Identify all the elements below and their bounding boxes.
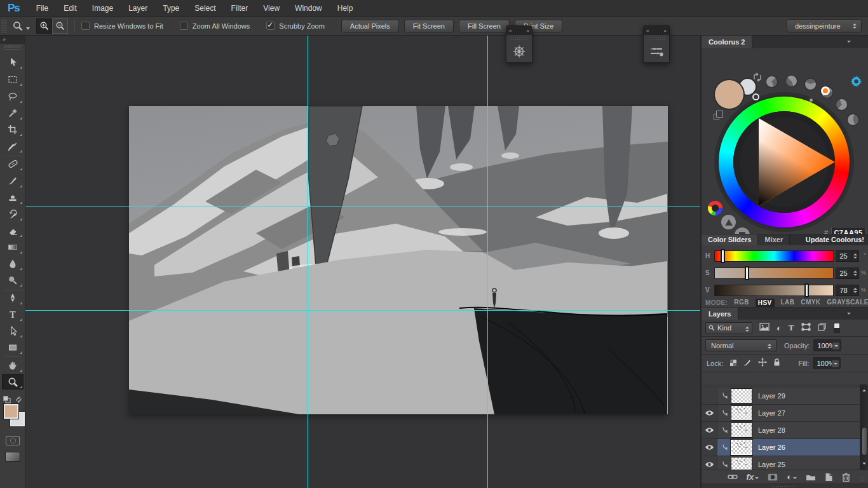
healing-brush-tool[interactable] — [2, 156, 24, 172]
zoom-tool-preset[interactable] — [12, 20, 30, 32]
delete-layer-button[interactable] — [842, 473, 850, 482]
scrollbar-thumb[interactable] — [862, 427, 867, 456]
menu-item[interactable]: Filter — [224, 0, 256, 17]
visibility-toggle[interactable] — [702, 405, 717, 421]
filter-adjustment-layers-icon[interactable]: ◐ — [776, 323, 782, 333]
options-checkbox[interactable]: Resize Windows to Fit — [81, 22, 163, 30]
pen-tool[interactable] — [2, 290, 24, 306]
layer-row[interactable]: Layer 28 — [702, 422, 860, 439]
lock-position-icon[interactable] — [758, 358, 767, 369]
close-icon[interactable]: × — [526, 28, 529, 34]
resize-grip-icon[interactable] — [860, 299, 867, 306]
collapse-icon[interactable]: » — [646, 28, 649, 34]
move-tool[interactable] — [2, 55, 24, 70]
harmony-swatch[interactable] — [804, 78, 817, 91]
filter-toggle-switch[interactable] — [834, 323, 840, 333]
canvas-area[interactable] — [25, 36, 700, 488]
hue-ring-marker[interactable] — [821, 86, 830, 95]
collapse-icon[interactable]: » — [509, 28, 512, 34]
slider-tab[interactable]: Color Sliders — [702, 234, 758, 245]
filter-shape-layers-icon[interactable] — [801, 323, 811, 333]
type-tool[interactable]: T — [2, 307, 24, 322]
layer-row[interactable]: Layer 29 — [702, 388, 860, 405]
filter-type-layers-icon[interactable]: T — [789, 323, 794, 333]
panel-resize-strip[interactable] — [702, 484, 868, 488]
triangle-mode-button[interactable] — [721, 215, 736, 229]
layer-thumbnail[interactable] — [731, 405, 752, 421]
options-grip[interactable] — [1, 19, 7, 33]
menu-item[interactable]: Edit — [56, 0, 85, 17]
history-brush-tool[interactable] — [2, 207, 24, 222]
stepper[interactable] — [851, 285, 858, 295]
workspace-switcher[interactable]: dessinpeinture — [787, 19, 862, 32]
layer-row[interactable]: Layer 25 — [702, 456, 860, 470]
layer-thumbnail[interactable] — [731, 457, 752, 470]
filter-pixel-layers-icon[interactable] — [759, 323, 770, 333]
menu-item[interactable]: View — [255, 0, 287, 17]
foreground-color-swatch[interactable] — [4, 404, 18, 419]
dodge-tool[interactable] — [2, 273, 24, 288]
color-mode-option[interactable]: CMYK — [801, 299, 820, 307]
dropdown-caret-icon[interactable] — [832, 342, 839, 349]
menu-item[interactable]: File — [29, 0, 56, 17]
screen-mode-button[interactable] — [5, 452, 20, 462]
value-value-field[interactable]: 78 — [836, 285, 859, 296]
resize-grip-icon[interactable] — [860, 476, 867, 482]
color-mode-option[interactable]: HSV — [756, 299, 775, 307]
zoom-in-button[interactable] — [36, 18, 52, 34]
zoom-tool[interactable] — [2, 374, 24, 390]
hue-slider-marker[interactable] — [721, 249, 725, 263]
opacity-field[interactable]: 100% — [813, 339, 841, 351]
document-canvas[interactable] — [129, 106, 668, 414]
layer-row[interactable]: Layer 26 — [702, 439, 860, 456]
options-button[interactable]: Actual Pixels — [341, 20, 399, 32]
ship-wheel-icon[interactable] — [512, 44, 526, 58]
zoom-out-button[interactable] — [52, 18, 68, 34]
horizontal-guide[interactable] — [25, 310, 700, 311]
vertical-guide[interactable] — [487, 36, 488, 488]
shape-tool[interactable] — [2, 340, 24, 355]
menu-item[interactable]: Layer — [121, 0, 155, 17]
dropdown-caret-icon[interactable] — [832, 360, 839, 367]
layer-thumbnail[interactable] — [731, 440, 752, 455]
quick-mask-button[interactable] — [6, 436, 20, 445]
layers-tab[interactable]: Layers — [702, 308, 738, 320]
menu-item[interactable]: Select — [187, 0, 223, 17]
checkbox-box[interactable] — [266, 22, 275, 30]
options-checkbox[interactable]: Scrubby Zoom — [266, 22, 325, 30]
saturation-brightness-triangle[interactable] — [719, 97, 850, 227]
default-swatches-icon[interactable] — [3, 395, 23, 404]
checkbox-box[interactable] — [180, 22, 188, 30]
menu-item[interactable]: Image — [85, 0, 121, 17]
options-checkbox[interactable]: Zoom All Windows — [180, 22, 250, 30]
layer-row[interactable]: Layer 27 — [702, 405, 860, 422]
crop-tool[interactable] — [2, 122, 24, 137]
fill-field[interactable]: 100% — [813, 357, 841, 369]
new-group-button[interactable] — [806, 473, 816, 481]
lasso-tool[interactable] — [2, 89, 24, 104]
scroll-down-icon[interactable] — [862, 463, 866, 466]
coolorus-foreground-color[interactable] — [715, 80, 743, 109]
eyedropper-tool[interactable] — [2, 139, 24, 154]
gradient-tool[interactable] — [2, 240, 24, 255]
new-layer-button[interactable] — [825, 473, 833, 482]
layer-name[interactable]: Layer 25 — [758, 461, 785, 468]
stepper[interactable] — [851, 251, 858, 261]
lock-pixels-icon[interactable] — [743, 358, 752, 369]
menu-item[interactable]: Type — [155, 0, 187, 17]
magic-wand-tool[interactable] — [2, 105, 24, 121]
triangle-selector[interactable] — [752, 93, 759, 100]
visibility-toggle[interactable] — [702, 456, 717, 470]
tools-grip[interactable] — [4, 45, 21, 50]
harmony-swatch[interactable] — [785, 74, 798, 88]
vertical-guide[interactable] — [308, 36, 308, 488]
options-button[interactable]: Fit Screen — [404, 20, 454, 32]
layer-name[interactable]: Layer 26 — [758, 444, 785, 451]
layer-name[interactable]: Layer 28 — [758, 426, 785, 434]
visibility-toggle[interactable] — [702, 439, 717, 456]
color-mode-option[interactable]: LAB — [781, 299, 795, 307]
value-slider-track[interactable] — [714, 285, 834, 296]
visibility-toggle[interactable] — [702, 422, 717, 438]
harmony-swatch[interactable] — [765, 75, 778, 88]
update-coolorus-link[interactable]: Update Coolorus! — [806, 234, 864, 245]
